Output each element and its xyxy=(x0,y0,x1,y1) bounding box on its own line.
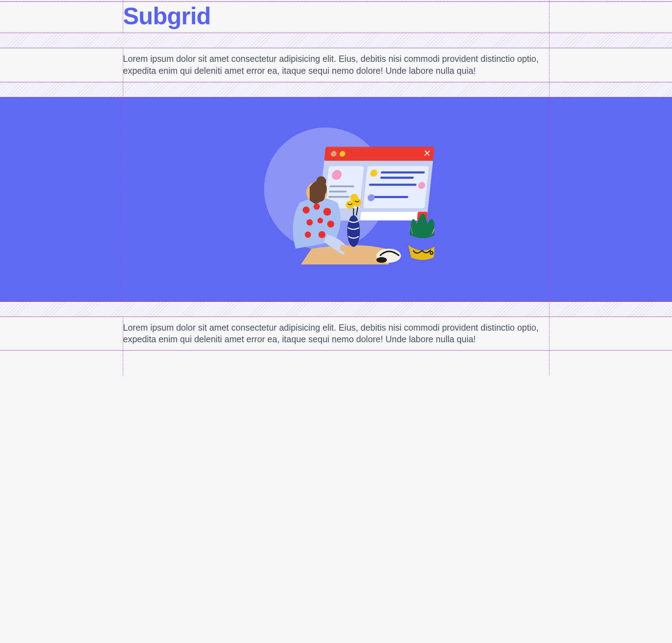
svg-rect-12 xyxy=(381,171,425,173)
svg-point-35 xyxy=(350,194,358,201)
full-bleed-illustration-panel xyxy=(0,97,672,301)
svg-rect-15 xyxy=(369,183,417,186)
paragraph-row: Lorem ipsum dolor sit amet consectetur a… xyxy=(0,317,672,351)
svg-point-31 xyxy=(376,257,387,262)
svg-point-29 xyxy=(316,176,326,186)
svg-point-21 xyxy=(314,203,320,209)
svg-point-22 xyxy=(323,208,331,215)
grid-gap-hatch xyxy=(0,33,672,48)
svg-point-26 xyxy=(305,231,311,238)
trailing-space xyxy=(0,351,672,375)
page: Subgrid Lorem ipsum dolor sit amet conse… xyxy=(0,0,672,375)
person-with-laptop-illustration xyxy=(238,115,434,277)
heading-row: Subgrid xyxy=(0,2,672,33)
svg-point-25 xyxy=(327,220,334,227)
svg-point-27 xyxy=(318,231,325,238)
svg-point-23 xyxy=(307,219,313,225)
svg-rect-9 xyxy=(328,196,350,197)
outro-paragraph: Lorem ipsum dolor sit amet consectetur a… xyxy=(123,317,549,351)
grid-gap-hatch xyxy=(0,82,672,97)
svg-rect-8 xyxy=(329,190,347,192)
page-title: Subgrid xyxy=(123,2,549,33)
paragraph-row: Lorem ipsum dolor sit amet consectetur a… xyxy=(0,48,672,82)
intro-paragraph: Lorem ipsum dolor sit amet consectetur a… xyxy=(123,48,549,82)
grid-gap-hatch xyxy=(0,301,672,317)
svg-rect-7 xyxy=(329,185,354,187)
svg-point-20 xyxy=(303,206,310,213)
svg-point-32 xyxy=(347,215,360,247)
svg-rect-13 xyxy=(380,176,414,178)
svg-point-24 xyxy=(317,217,323,223)
